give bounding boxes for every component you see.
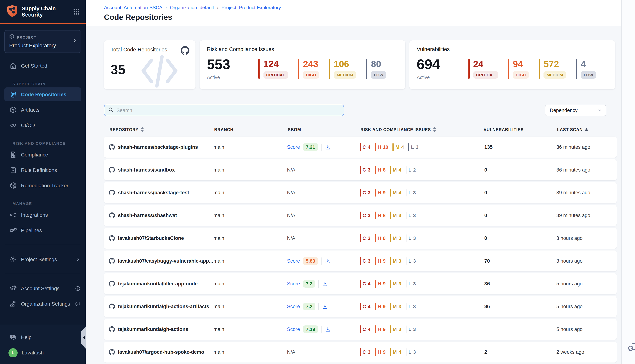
table-row[interactable]: tejakummarikuntla/gh-actionsmainScore7.1… xyxy=(104,319,617,340)
sidebar-item-account-settings[interactable]: Account Settings xyxy=(0,280,86,296)
filter-value: Dependency xyxy=(550,108,578,113)
table-row[interactable]: shash-harness/backstage-testmainN/AC3H9M… xyxy=(104,182,617,203)
page-title: Code Repositories xyxy=(104,13,635,22)
support-chat-icon[interactable] xyxy=(626,341,635,355)
chip-bar xyxy=(375,326,376,333)
repo-name[interactable]: shash-harness/backstage-test xyxy=(118,190,189,196)
risk-chip-m: M3 xyxy=(390,303,401,310)
sidebar-item-get-started[interactable]: Get Started xyxy=(0,58,86,74)
chip-bar xyxy=(390,189,391,196)
sidebar-item-rule-definitions[interactable]: Rule Definitions xyxy=(0,162,86,178)
chip-letter: H xyxy=(378,281,381,286)
last-scan-value: 2 weeks ago xyxy=(556,349,584,355)
chip-count: 4 xyxy=(368,144,370,150)
sbom-score-value: 5.83 xyxy=(303,257,318,265)
sbom-score-link[interactable]: Score xyxy=(287,326,300,332)
sidebar-item-project-settings[interactable]: Project Settings xyxy=(0,252,86,267)
table-row[interactable]: shash-harness/sandboxmainN/AC3H8M4L2036 … xyxy=(104,160,617,180)
branch-cell: main xyxy=(214,167,287,173)
dependency-filter-dropdown[interactable]: Dependency xyxy=(545,105,606,116)
column-header-last-scan[interactable]: LAST SCAN xyxy=(557,127,617,132)
risk-chip-l: L3 xyxy=(408,143,418,151)
download-sbom-icon[interactable] xyxy=(325,144,331,150)
sort-icon[interactable] xyxy=(141,127,144,132)
chip-bar xyxy=(406,303,407,310)
sidebar-item-ci-cd[interactable]: CI/CD xyxy=(0,118,86,133)
repo-name[interactable]: tejakummarikuntla/gh-actions xyxy=(118,326,188,332)
table-row[interactable]: lavakush07/argocd-hub-spoke-demomainN/AC… xyxy=(104,342,617,362)
last-scan-cell: 5 hours ago xyxy=(556,326,617,332)
repo-name[interactable]: shash-harness/shashwat xyxy=(118,213,177,218)
branch-name: main xyxy=(214,236,224,241)
sidebar-item-remediation-tracker[interactable]: Remediation Tracker xyxy=(0,178,86,193)
column-header-repository[interactable]: REPOSITORY xyxy=(110,127,214,132)
search-input[interactable] xyxy=(117,108,340,113)
column-label: LAST SCAN xyxy=(557,127,583,132)
severity-bar xyxy=(298,59,299,78)
sidebar-item-compliance[interactable]: Compliance xyxy=(0,147,86,162)
table-row[interactable]: lavakush07/StarbucksClonemainN/AC3H8M3L3… xyxy=(104,228,617,249)
table-row[interactable]: tejakummarikuntla/filler-app-nodemainSco… xyxy=(104,273,617,294)
download-sbom-icon[interactable] xyxy=(322,304,328,310)
project-selector[interactable]: PROJECT Product Exploratory xyxy=(5,30,81,53)
table-row[interactable]: lavakush07/easybuggy-vulnerable-app...ma… xyxy=(104,250,617,272)
table-row[interactable]: shash-harness/backstage-pluginsmainScore… xyxy=(104,137,617,158)
sbom-score-link[interactable]: Score xyxy=(287,258,300,264)
sidebar-item-help[interactable]: ? Help xyxy=(0,330,86,345)
repo-name[interactable]: shash-harness/backstage-plugins xyxy=(118,144,198,150)
repo-name[interactable]: shash-harness/sandbox xyxy=(118,167,175,173)
branch-cell: main xyxy=(214,258,287,264)
branch-name: main xyxy=(214,167,224,173)
sidebar-item-organization-settings[interactable]: Organization Settings xyxy=(0,296,86,312)
breadcrumb-item[interactable]: Organization: default xyxy=(170,5,214,10)
vulns-card-label: Vulnerabilities xyxy=(417,46,608,52)
chip-bar xyxy=(390,280,391,288)
column-header-risk-and-compliance-issues[interactable]: RISK AND COMPLIANCE ISSUES xyxy=(360,127,484,132)
repo-cell: lavakush07/easybuggy-vulnerable-app... xyxy=(109,258,214,264)
chevron-down-icon xyxy=(597,108,602,113)
download-sbom-icon[interactable] xyxy=(322,281,328,287)
sidebar-item-integrations[interactable]: Integrations xyxy=(0,207,86,222)
chip-letter: M xyxy=(393,190,397,196)
scroll-gutter[interactable] xyxy=(621,0,635,364)
sidebar-item-artifacts[interactable]: Artifacts xyxy=(0,102,86,118)
chip-letter: M xyxy=(393,281,397,286)
risk-cell: C3H9M4L3 xyxy=(360,189,483,196)
repo-cell: tejakummarikuntla/gh-actions xyxy=(109,326,214,332)
table-row[interactable]: shash-harness/shashwatmainN/AC3H8M3L3039… xyxy=(104,205,617,226)
severity-values: 124CRITICAL xyxy=(263,59,288,78)
repo-name[interactable]: lavakush07/argocd-hub-spoke-demo xyxy=(118,349,204,355)
sidebar-item-code-repositories[interactable]: Code Repositories xyxy=(5,88,81,102)
severity-bar xyxy=(508,59,509,78)
sidebar-item-label: Remediation Tracker xyxy=(21,182,68,188)
sidebar-item-label: Integrations xyxy=(21,212,48,218)
vulnerabilities-cell: 70 xyxy=(483,258,556,264)
repo-name[interactable]: tejakummarikuntla/gh-actions-artifacts xyxy=(118,304,209,309)
download-sbom-icon[interactable] xyxy=(325,326,331,332)
risk-chip-m: M4 xyxy=(390,348,401,356)
sbom-score-link[interactable]: Score xyxy=(287,304,300,309)
sbom-cell: N/A xyxy=(287,349,360,355)
sidebar-item-pipelines[interactable]: Pipelines xyxy=(0,222,86,238)
repo-name[interactable]: tejakummarikuntla/filler-app-node xyxy=(118,281,198,286)
risk-cell: C3H8M3L3 xyxy=(360,212,483,219)
table-row[interactable]: tejakummarikuntla/gh-actions-artifactsma… xyxy=(104,296,617,317)
sort-ascending-icon[interactable] xyxy=(585,128,588,131)
search-box[interactable] xyxy=(104,105,344,116)
last-scan-cell: 36 minutes ago xyxy=(556,144,617,150)
download-sbom-icon[interactable] xyxy=(325,258,331,264)
breadcrumb-item[interactable]: Project: Product Exploratory xyxy=(221,5,281,10)
divider xyxy=(318,280,319,288)
sbom-score-link[interactable]: Score xyxy=(287,144,300,150)
breadcrumb-item[interactable]: Account: Automation-SSCA xyxy=(104,5,162,10)
severity-badge: LOW xyxy=(371,71,386,78)
org-gear-icon xyxy=(9,300,17,308)
repo-name[interactable]: lavakush07/easybuggy-vulnerable-app... xyxy=(118,258,213,264)
user-menu[interactable]: L Lavakush xyxy=(0,345,86,360)
sort-icon[interactable] xyxy=(433,127,436,132)
chip-bar xyxy=(406,189,407,196)
sbom-score-link[interactable]: Score xyxy=(287,281,300,286)
app-grid-icon[interactable] xyxy=(73,8,80,15)
repo-name[interactable]: lavakush07/StarbucksClone xyxy=(118,236,184,241)
chip-count: 3 xyxy=(413,236,416,241)
